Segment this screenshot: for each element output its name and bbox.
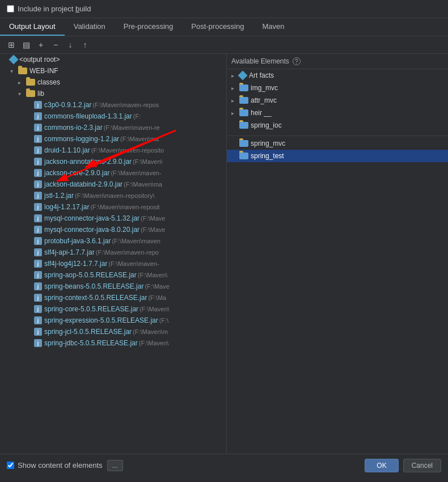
right-tree-item-attr-mvc[interactable]: attr_mvc <box>227 94 448 107</box>
tree-item-mysql80[interactable]: j mysql-connector-java-8.0.20.jar (F:\Ma… <box>0 224 226 235</box>
arrow-r-heir <box>231 110 238 116</box>
tree-item-jstl[interactable]: j jstl-1.2.jar (F:\Maven\maven-repositor… <box>0 190 226 201</box>
jar-spring-context-icon: j <box>34 294 42 302</box>
tree-item-spring-beans[interactable]: j spring-beans-5.0.5.RELEASE.jar (F:\Mav… <box>0 281 226 292</box>
tree-item-lib[interactable]: lib <box>0 88 226 99</box>
jar-spring-jdbc-icon: j <box>34 339 42 347</box>
toolbar-add-btn[interactable]: + <box>34 39 48 51</box>
commons-io-path: (F:\Maven\maven-re <box>104 124 160 131</box>
jar-spring-beans-icon: j <box>34 282 42 290</box>
tree-item-jackson-core[interactable]: j jackson-core-2.9.0.jar (F:\Maven\maven… <box>0 167 226 179</box>
tree-item-protobuf[interactable]: j protobuf-java-3.6.1.jar (F:\Maven\mave… <box>0 235 226 247</box>
classes-label: classes <box>37 78 60 86</box>
tree-item-slf4j-api[interactable]: j slf4j-api-1.7.7.jar (F:\Maven\maven-re… <box>0 247 226 258</box>
slf4j-api-name: slf4j-api-1.7.7.jar <box>44 248 95 256</box>
spring-beans-name: spring-beans-5.0.5.RELEASE.jar <box>44 282 143 290</box>
folder-spring-test-icon <box>239 153 248 159</box>
tree-item-druid[interactable]: j druid-1.1.10.jar (F:\Maven\maven-repos… <box>0 145 226 156</box>
mysql51-name: mysql-connector-java-5.1.32.jar <box>44 214 140 222</box>
druid-path: (F:\Maven\maven-reposito <box>91 147 164 154</box>
tree-item-spring-expression[interactable]: j spring-expression-5.0.5.RELEASE.jar (F… <box>0 315 226 326</box>
tree-item-spring-jcl[interactable]: j spring-jcl-5.0.5.RELEASE.jar (F:\Maven… <box>0 326 226 337</box>
mysql80-name: mysql-connector-java-8.0.20.jar <box>44 226 140 234</box>
tree-item-slf4j-log4j[interactable]: j slf4j-log4j12-1.7.7.jar (F:\Maven\mave… <box>0 258 226 269</box>
dots-button[interactable]: ... <box>107 460 123 471</box>
jar-commons-logging-icon: j <box>34 135 42 143</box>
tab-output-layout[interactable]: Output Layout <box>0 18 65 36</box>
jar-commons-io-icon: j <box>34 124 42 132</box>
help-icon[interactable]: ? <box>293 57 301 65</box>
right-tree-item-heir[interactable]: heir __ <box>227 107 448 119</box>
tree-item-spring-core[interactable]: j spring-core-5.0.5.RELEASE.jar (F:\Mave… <box>0 303 226 315</box>
spring-context-path: (F:\Ma <box>148 294 166 301</box>
tree-item-classes[interactable]: classes <box>0 77 226 88</box>
arrow-classes <box>18 79 25 86</box>
main-content: <output root> WEB-INF classes lib <box>0 54 448 454</box>
right-panel: Available Elements ? Art facts img_mvc a… <box>227 54 448 454</box>
lib-label: lib <box>37 90 44 98</box>
druid-name: druid-1.1.10.jar <box>44 146 90 154</box>
toolbar-list-btn[interactable]: ▤ <box>19 39 33 51</box>
tree-item-mysql51[interactable]: j mysql-connector-java-5.1.32.jar (F:\Ma… <box>0 213 226 224</box>
toolbar-move-down-btn[interactable]: ↓ <box>64 39 77 51</box>
tree-item-jackson-databind[interactable]: j jackson-databind-2.9.0.jar (F:\Maven\m… <box>0 179 226 190</box>
jstl-name: jstl-1.2.jar <box>44 192 74 200</box>
slf4j-api-path: (F:\Maven\maven-repo <box>96 249 159 256</box>
tree-item-jackson-ann[interactable]: j jackson-annotations-2.9.0.jar (F:\Mave… <box>0 156 226 167</box>
toolbar-layout-btn[interactable]: ⊞ <box>5 39 18 51</box>
protobuf-path: (F:\Maven\maven <box>112 238 160 244</box>
show-content-checkbox[interactable] <box>7 462 14 469</box>
tree-item-commons-logging[interactable]: j commons-logging-1.2.jar (F:\Maven\ma <box>0 133 226 145</box>
include-project-build-checkbox[interactable] <box>7 5 14 12</box>
tree-item-output-root[interactable]: <output root> <box>0 54 226 65</box>
spring-jdbc-name: spring-jdbc-5.0.5.RELEASE.jar <box>44 339 138 347</box>
tabs-bar: Output Layout Validation Pre-processing … <box>0 18 448 36</box>
commons-logging-path: (F:\Maven\ma <box>120 136 159 142</box>
tree-item-spring-context[interactable]: j spring-context-5.0.5.RELEASE.jar (F:\M… <box>0 292 226 303</box>
tree-item-c3p0[interactable]: j c3p0-0.9.1.2.jar (F:\Maven\maven-repos <box>0 99 226 111</box>
output-root-label: <output root> <box>19 56 60 64</box>
bottom-right: OK Cancel <box>365 459 441 472</box>
jackson-ann-name: jackson-annotations-2.9.0.jar <box>44 158 132 166</box>
tree-item-commons-fileupload[interactable]: j commons-fileupload-1.3.1.jar (F: <box>0 111 226 122</box>
toolbar-remove-btn[interactable]: − <box>49 39 62 51</box>
jar-spring-core-icon: j <box>34 305 42 313</box>
protobuf-name: protobuf-java-3.6.1.jar <box>44 237 111 245</box>
right-tree-item-img-mvc[interactable]: img_mvc <box>227 82 448 94</box>
folder-web-inf-icon <box>18 67 27 74</box>
tab-post-processing[interactable]: Post-processing <box>182 18 253 36</box>
spring-ioc-label: spring_ioc <box>251 121 282 129</box>
tab-validation[interactable]: Validation <box>65 18 115 36</box>
cancel-button[interactable]: Cancel <box>403 459 441 472</box>
spring-expression-path: (F:\ <box>159 317 169 324</box>
right-tree-item-artifacts[interactable]: Art facts <box>227 69 448 82</box>
jar-druid-icon: j <box>34 146 42 154</box>
tree-item-commons-io[interactable]: j commons-io-2.3.jar (F:\Maven\maven-re <box>0 122 226 133</box>
spring-aop-path: (F:\Maven\ <box>138 272 168 278</box>
folder-img-mvc-icon <box>239 84 248 91</box>
jar-slf4j-api-icon: j <box>34 248 42 256</box>
attr-mvc-label: attr_mvc <box>251 96 277 104</box>
right-tree-item-spring-ioc[interactable]: spring_ioc <box>227 119 448 132</box>
left-panel: <output root> WEB-INF classes lib <box>0 54 227 454</box>
tab-maven[interactable]: Maven <box>253 18 293 36</box>
jar-jackson-databind-icon: j <box>34 180 42 188</box>
jackson-databind-path: (F:\Maven\ma <box>124 181 162 188</box>
jstl-path: (F:\Maven\maven-repository\ <box>75 192 155 199</box>
c3p0-path: (F:\Maven\maven-repos <box>92 102 159 108</box>
toolbar-move-up-btn[interactable]: ↑ <box>78 39 92 51</box>
tree-item-web-inf[interactable]: WEB-INF <box>0 65 226 77</box>
jar-c3p0-icon: j <box>34 101 42 109</box>
tree-item-spring-jdbc[interactable]: j spring-jdbc-5.0.5.RELEASE.jar (F:\Mave… <box>0 337 226 349</box>
ok-button[interactable]: OK <box>365 459 398 472</box>
commons-io-name: commons-io-2.3.jar <box>44 124 103 132</box>
show-content-wrapper: Show content of elements <box>7 461 103 470</box>
right-tree-item-spring-test[interactable]: spring_test <box>227 150 448 162</box>
tree-item-log4j[interactable]: j log4j-1.2.17.jar (F:\Maven\maven-repos… <box>0 201 226 213</box>
tree-item-spring-aop[interactable]: j spring-aop-5.0.5.RELEASE.jar (F:\Maven… <box>0 269 226 281</box>
spring-expression-name: spring-expression-5.0.5.RELEASE.jar <box>44 316 158 324</box>
log4j-name: log4j-1.2.17.jar <box>44 203 89 211</box>
tab-pre-processing[interactable]: Pre-processing <box>115 18 182 36</box>
spring-aop-name: spring-aop-5.0.5.RELEASE.jar <box>44 271 137 279</box>
right-tree-item-spring-mvc[interactable]: spring_mvc <box>227 137 448 150</box>
